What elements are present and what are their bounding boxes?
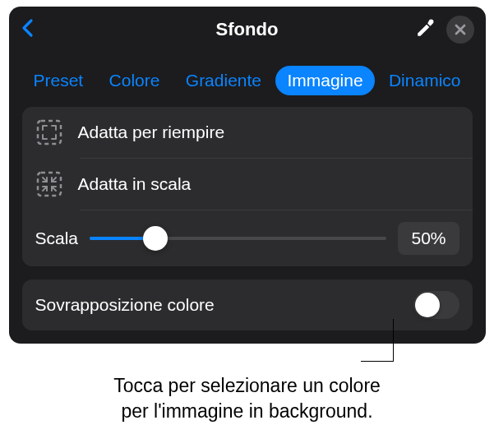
fit-fill-icon xyxy=(35,118,63,146)
color-overlay-section: Sovrapposizione colore xyxy=(22,279,473,330)
fit-to-scale-option[interactable]: Adatta in scala xyxy=(22,159,473,210)
color-overlay-label: Sovrapposizione colore xyxy=(35,295,215,315)
fit-scale-label: Adatta in scala xyxy=(78,174,192,194)
tab-gradient[interactable]: Gradiente xyxy=(174,66,273,95)
callout-text: Tocca per selezionare un colore per l'im… xyxy=(0,373,494,424)
callout-line-2: per l'immagine in background. xyxy=(121,400,372,422)
toggle-thumb xyxy=(415,293,440,317)
callout-line-1: Tocca per selezionare un colore xyxy=(113,375,381,396)
tab-color[interactable]: Colore xyxy=(98,66,172,95)
color-overlay-toggle[interactable] xyxy=(413,291,459,319)
page-title: Sfondo xyxy=(216,19,279,40)
tab-preset[interactable]: Preset xyxy=(22,66,95,95)
scale-slider[interactable] xyxy=(90,237,386,240)
slider-thumb[interactable] xyxy=(143,226,168,251)
scale-control-row: Scala 50% xyxy=(22,210,473,266)
tab-dynamic[interactable]: Dinamico xyxy=(377,66,473,95)
svg-rect-0 xyxy=(38,121,61,144)
fit-scale-icon xyxy=(35,170,63,198)
scale-label: Scala xyxy=(35,229,79,248)
background-panel: Sfondo Preset Colore Gradiente Immagine … xyxy=(9,7,486,344)
back-button[interactable] xyxy=(21,18,34,41)
fill-type-tabs: Preset Colore Gradiente Immagine Dinamic… xyxy=(9,53,486,107)
fit-fill-label: Adatta per riempire xyxy=(78,122,225,142)
svg-rect-1 xyxy=(38,173,61,196)
tab-image[interactable]: Immagine xyxy=(275,66,374,95)
panel-header: Sfondo xyxy=(9,7,486,53)
callout-leader-line xyxy=(393,319,394,362)
eyedropper-button[interactable] xyxy=(415,17,436,42)
scale-value-box[interactable]: 50% xyxy=(398,222,459,255)
close-button[interactable] xyxy=(446,16,474,44)
fit-to-fill-option[interactable]: Adatta per riempire xyxy=(22,107,473,158)
image-options-section: Adatta per riempire Adatta in scala Scal… xyxy=(22,107,473,266)
scale-value: 50% xyxy=(411,229,446,247)
